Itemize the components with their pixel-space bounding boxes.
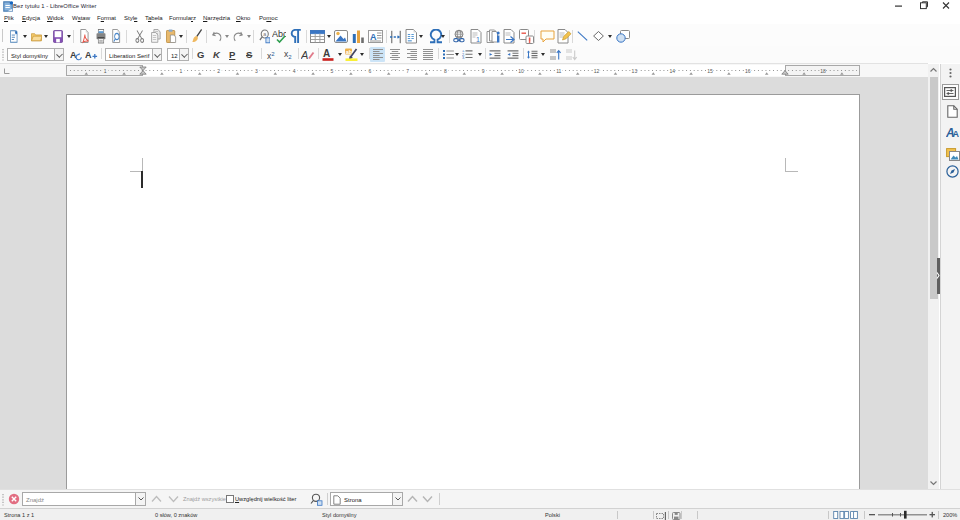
- svg-text:16: 16: [745, 68, 751, 74]
- svg-text:A: A: [85, 50, 92, 60]
- svg-text:3: 3: [255, 68, 258, 74]
- svg-text:9: 9: [482, 68, 485, 74]
- svg-text:15: 15: [707, 68, 713, 74]
- svg-text:6: 6: [368, 68, 371, 74]
- svg-text:4: 4: [293, 68, 296, 74]
- svg-text:7: 7: [406, 68, 409, 74]
- svg-text:11: 11: [556, 68, 561, 74]
- svg-text:ab: ab: [346, 48, 353, 54]
- svg-text:8: 8: [444, 68, 447, 74]
- svg-text:10: 10: [518, 68, 524, 74]
- svg-text:14: 14: [669, 68, 675, 74]
- svg-text:A: A: [301, 49, 308, 61]
- svg-text:5: 5: [331, 68, 334, 74]
- svg-text:2: 2: [217, 68, 220, 74]
- svg-text:18: 18: [820, 68, 826, 74]
- svg-text:3.: 3.: [462, 56, 465, 59]
- svg-text:12: 12: [594, 68, 600, 74]
- svg-text:1: 1: [104, 68, 107, 74]
- svg-text:1: 1: [179, 68, 182, 74]
- svg-text:A: A: [952, 129, 959, 139]
- svg-text:13: 13: [632, 68, 638, 74]
- svg-text:A: A: [323, 48, 330, 59]
